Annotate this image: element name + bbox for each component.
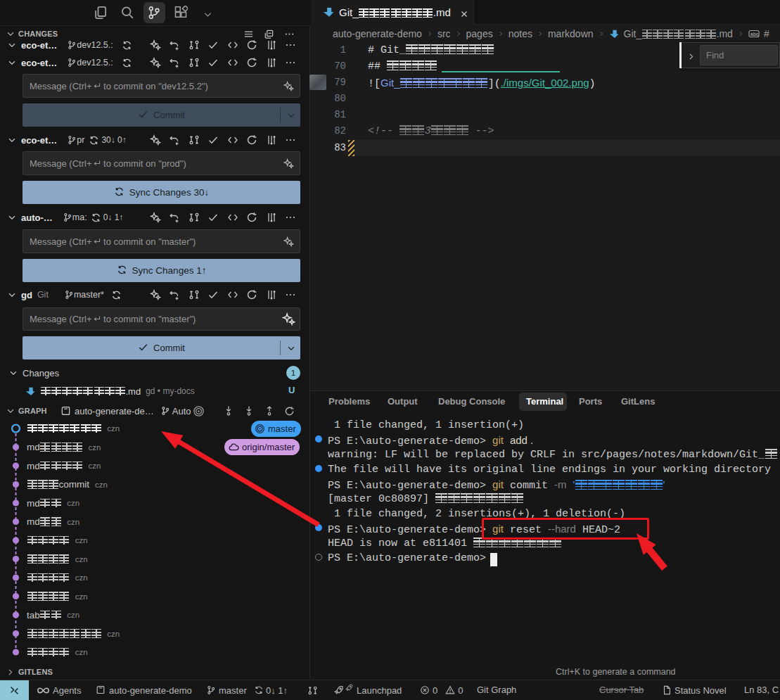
svg-text:abc: abc xyxy=(750,32,759,37)
